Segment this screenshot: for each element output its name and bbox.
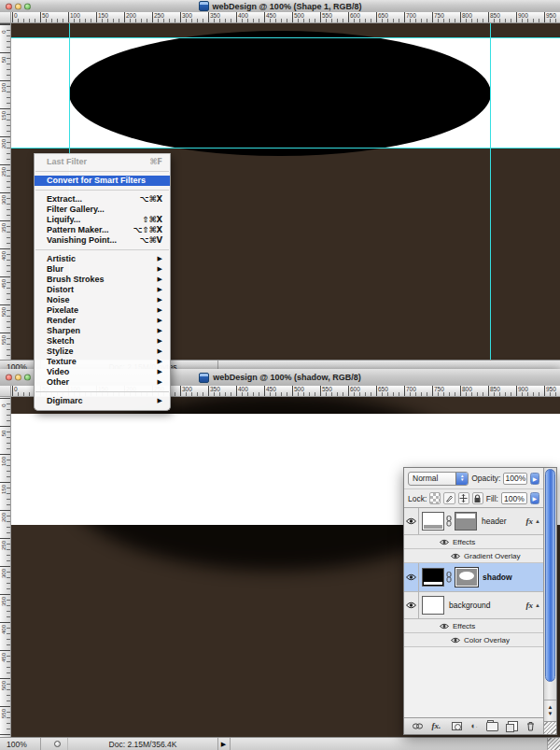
shape-ellipse[interactable] bbox=[69, 31, 491, 156]
menu-item-liquify[interactable]: Liquify...⇧⌘X bbox=[35, 215, 170, 225]
new-group-button[interactable] bbox=[486, 722, 498, 731]
ruler-label: 500 bbox=[294, 12, 304, 19]
menu-item-label: Pixelate bbox=[47, 305, 78, 316]
lock-transparency-icon[interactable] bbox=[429, 492, 441, 504]
ruler-label: 200 bbox=[1, 509, 7, 526]
menu-item-blur[interactable]: Blur▶ bbox=[35, 264, 170, 275]
guide-horizontal-bottom[interactable] bbox=[11, 148, 560, 149]
ruler-label: 200 bbox=[1, 135, 7, 152]
menu-item-label: Sharpen bbox=[47, 326, 80, 336]
guide-vertical-right[interactable] bbox=[490, 23, 491, 361]
ruler-label: 0 bbox=[1, 23, 7, 40]
menu-item-sharpen[interactable]: Sharpen▶ bbox=[35, 326, 170, 336]
visibility-toggle[interactable] bbox=[404, 508, 419, 534]
menu-item-texture[interactable]: Texture▶ bbox=[35, 357, 170, 367]
effect-label: Color Overlay bbox=[464, 636, 510, 644]
add-mask-button[interactable] bbox=[452, 722, 462, 730]
layer-row-header[interactable]: header fx ▲ bbox=[404, 508, 543, 535]
close-button[interactable] bbox=[6, 3, 12, 9]
menu-item-video[interactable]: Video▶ bbox=[35, 367, 170, 377]
menu-item-render[interactable]: Render▶ bbox=[35, 316, 170, 326]
menu-item-noise[interactable]: Noise▶ bbox=[35, 295, 170, 305]
menu-item-artistic[interactable]: Artistic▶ bbox=[35, 254, 170, 264]
menu-item-pattern-maker[interactable]: Pattern Maker...⌥⇧⌘X bbox=[35, 225, 170, 235]
zoom-button[interactable] bbox=[24, 3, 31, 9]
layer-thumbnail[interactable] bbox=[422, 596, 444, 615]
menu-item-sketch[interactable]: Sketch▶ bbox=[35, 336, 170, 347]
doc-size-status: Doc: 2.15M/356.4K bbox=[67, 738, 218, 750]
menu-item-pixelate[interactable]: Pixelate▶ bbox=[35, 305, 170, 316]
submenu-arrow-icon: ▶ bbox=[158, 254, 162, 264]
ruler-label: 850 bbox=[490, 386, 500, 392]
menu-item-filter-gallery[interactable]: Filter Gallery... bbox=[35, 205, 170, 215]
effects-label: Effects bbox=[453, 622, 475, 630]
link-layers-button[interactable] bbox=[413, 723, 423, 729]
menu-item-digimarc[interactable]: Digimarc▶ bbox=[35, 396, 170, 406]
guide-horizontal-top[interactable] bbox=[11, 37, 560, 38]
status-circle-icon bbox=[54, 741, 61, 747]
effect-row-gradient-overlay[interactable]: Gradient Overlay bbox=[404, 549, 543, 563]
close-button[interactable] bbox=[6, 375, 12, 381]
fill-field[interactable]: 100% bbox=[501, 492, 527, 504]
panel-resize-grip[interactable] bbox=[544, 721, 556, 734]
vector-mask-thumbnail[interactable] bbox=[455, 512, 477, 531]
menu-item-label: Convert for Smart Filters bbox=[47, 176, 146, 186]
window-title-text: webDesign @ 100% (shadow, RGB/8) bbox=[213, 373, 360, 382]
effects-row: Effects bbox=[404, 535, 543, 549]
lock-paint-icon[interactable] bbox=[443, 492, 455, 504]
effect-row-color-overlay[interactable]: Color Overlay bbox=[404, 633, 543, 647]
layer-row-shadow[interactable]: shadow bbox=[404, 563, 543, 592]
minimize-button[interactable] bbox=[15, 375, 21, 381]
vector-mask-thumbnail[interactable] bbox=[455, 568, 478, 587]
zoom-button[interactable] bbox=[24, 375, 31, 381]
blend-mode-dropdown[interactable]: Normal ▲▼ bbox=[408, 472, 469, 486]
ruler-label: 350 bbox=[1, 219, 7, 236]
menu-item-label: Extract... bbox=[47, 194, 82, 205]
status-flyout-button[interactable]: ▶ bbox=[217, 738, 231, 750]
layer-name[interactable]: background bbox=[449, 601, 526, 610]
opacity-slider-button[interactable]: ▶ bbox=[530, 473, 539, 485]
lock-all-icon[interactable] bbox=[472, 492, 483, 504]
document-icon bbox=[199, 373, 209, 383]
ruler-label: 700 bbox=[406, 12, 416, 19]
visibility-toggle[interactable] bbox=[404, 563, 419, 591]
ruler-label: 900 bbox=[518, 386, 528, 392]
ruler-label: 0 bbox=[14, 386, 18, 392]
minimize-button[interactable] bbox=[15, 3, 21, 9]
menu-item-distort[interactable]: Distort▶ bbox=[35, 285, 170, 295]
opacity-field[interactable]: 100% bbox=[503, 473, 527, 485]
lock-move-icon[interactable] bbox=[458, 492, 469, 504]
visibility-toggle[interactable] bbox=[404, 592, 419, 618]
submenu-arrow-icon: ▶ bbox=[158, 396, 162, 406]
delete-layer-button[interactable] bbox=[526, 721, 535, 731]
window-resize-grip[interactable] bbox=[547, 738, 560, 750]
new-layer-button[interactable] bbox=[508, 721, 518, 731]
layer-thumbnail[interactable] bbox=[422, 568, 444, 587]
ruler-label: 400 bbox=[238, 12, 248, 19]
collapse-effects-icon[interactable]: ▲ bbox=[535, 518, 540, 524]
layer-name[interactable]: shadow bbox=[483, 573, 543, 582]
titlebar[interactable]: webDesign @ 100% (Shape 1, RGB/8) bbox=[0, 0, 560, 13]
layer-style-button[interactable]: fx. bbox=[431, 722, 442, 730]
layer-thumbnail[interactable] bbox=[422, 512, 444, 531]
vertical-ruler: 050100150200250300350400450500550 bbox=[0, 23, 11, 361]
menu-item-convert-for-smart-filters[interactable]: Convert for Smart Filters bbox=[35, 176, 170, 186]
menu-item-extract[interactable]: Extract...⌥⌘X bbox=[35, 194, 170, 205]
menu-item-stylize[interactable]: Stylize▶ bbox=[35, 347, 170, 357]
layer-row-background[interactable]: background fx ▲ bbox=[404, 592, 543, 619]
menu-item-label: Artistic bbox=[47, 254, 76, 264]
zoom-field[interactable]: 100% bbox=[0, 738, 41, 750]
menu-item-brush-strokes[interactable]: Brush Strokes▶ bbox=[35, 275, 170, 285]
scrollbar-arrows[interactable]: ▲▼ bbox=[544, 700, 556, 721]
window-title-text: webDesign @ 100% (Shape 1, RGB/8) bbox=[213, 2, 362, 11]
collapse-effects-icon[interactable]: ▲ bbox=[535, 602, 540, 608]
scrollbar-thumb[interactable] bbox=[545, 469, 555, 682]
ruler-origin[interactable] bbox=[0, 386, 11, 397]
menu-item-other[interactable]: Other▶ bbox=[35, 377, 170, 388]
scrollbar-track[interactable] bbox=[544, 468, 556, 700]
menu-item-vanishing-point[interactable]: Vanishing Point...⌥⌘V bbox=[35, 235, 170, 246]
layer-name[interactable]: header bbox=[482, 517, 526, 526]
ruler-origin[interactable] bbox=[0, 12, 11, 23]
adjustment-layer-button[interactable]: ◐. bbox=[470, 722, 477, 730]
fill-slider-button[interactable]: ▶ bbox=[530, 492, 539, 504]
